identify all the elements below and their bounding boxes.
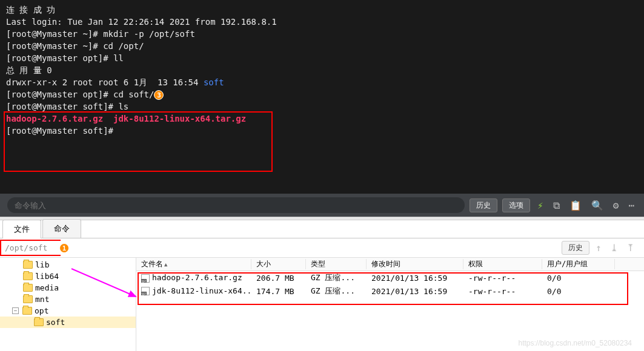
search-icon[interactable]: 🔍 <box>589 200 606 211</box>
fm-path-row: /opt/soft 1 历史 ↑ ⤓ ⤒ <box>0 238 644 258</box>
annotation-badge-3: 3 <box>154 90 164 100</box>
more-icon[interactable]: ⋯ <box>626 200 637 211</box>
command-input-wrap[interactable] <box>7 197 465 213</box>
term-line: 连 接 成 功 <box>6 4 638 16</box>
fm-history-button[interactable]: 历史 <box>562 241 589 255</box>
folder-icon <box>23 272 33 280</box>
folder-icon <box>23 261 33 269</box>
download-icon[interactable]: ⤓ <box>608 242 620 254</box>
dir-name: soft <box>204 77 224 87</box>
folder-tree[interactable]: lib lib64 media mnt −opt soft <box>0 258 136 351</box>
term-line: [root@Mymaster opt]# cd soft/3 <box>6 88 638 100</box>
header-user[interactable]: 用户/用户组 <box>542 259 615 269</box>
bolt-icon[interactable]: ⚡ <box>535 200 546 211</box>
fm-body: lib lib64 media mnt −opt soft 文件名▲ 大小 类型… <box>0 258 644 351</box>
tree-item-lib[interactable]: lib <box>0 259 136 271</box>
tab-file[interactable]: 文件 <box>2 220 41 238</box>
header-size[interactable]: 大小 <box>251 259 306 269</box>
folder-icon <box>23 284 33 292</box>
tab-command[interactable]: 命令 <box>42 219 81 238</box>
header-date[interactable]: 修改时间 <box>367 259 463 269</box>
path-display[interactable]: /opt/soft <box>0 240 61 256</box>
tree-item-opt[interactable]: −opt <box>0 305 136 317</box>
header-name[interactable]: 文件名▲ <box>136 259 251 269</box>
sort-asc-icon: ▲ <box>164 261 167 267</box>
header-type[interactable]: 类型 <box>306 259 367 269</box>
gear-icon[interactable]: ⚙ <box>611 200 622 211</box>
tree-item-media[interactable]: media <box>0 282 136 294</box>
term-line: 总 用 量 0 <box>6 64 638 76</box>
fm-tabs: 文件 命令 <box>0 220 644 238</box>
upload-icon[interactable]: ⤒ <box>624 242 637 254</box>
copy-icon[interactable]: ⧉ <box>551 200 562 211</box>
header-perm[interactable]: 权限 <box>463 259 542 269</box>
tree-item-soft[interactable]: soft <box>0 317 136 328</box>
term-line: [root@Mymaster ~]# cd /opt/ <box>6 40 638 52</box>
folder-icon <box>22 307 32 315</box>
command-input-bar: 历史 选项 ⚡ ⧉ 📋 🔍 ⚙ ⋯ <box>0 194 644 217</box>
file-manager: 文件 命令 /opt/soft 1 历史 ↑ ⤓ ⤒ lib lib64 med… <box>0 220 644 351</box>
tree-item-lib64[interactable]: lib64 <box>0 271 136 282</box>
tree-item-mnt[interactable]: mnt <box>0 294 136 305</box>
watermark: https://blog.csdn.net/m0_52080234 <box>519 339 632 347</box>
folder-icon <box>23 295 33 303</box>
term-line: [root@Mymaster ~]# mkdir -p /opt/soft <box>6 28 638 40</box>
term-line: drwxr-xr-x 2 root root 6 1月 13 16:54 sof… <box>6 76 638 88</box>
terminal-output[interactable]: 连 接 成 功 Last login: Tue Jan 12 22:26:14 … <box>0 0 644 194</box>
term-line: Last login: Tue Jan 12 22:26:14 2021 fro… <box>6 16 638 28</box>
term-line: [root@Mymaster soft]# ls <box>6 100 638 113</box>
annotation-box-files <box>138 272 628 305</box>
folder-icon <box>34 318 44 326</box>
options-button[interactable]: 选项 <box>502 198 530 212</box>
history-button[interactable]: 历史 <box>470 198 497 212</box>
annotation-badge-1: 1 <box>59 243 69 253</box>
command-input[interactable] <box>15 201 457 210</box>
annotation-box-terminal <box>4 111 273 172</box>
up-icon[interactable]: ↑ <box>593 242 604 254</box>
file-list[interactable]: 文件名▲ 大小 类型 修改时间 权限 用户/用户组 hadoop-2.7.6.t… <box>136 258 644 351</box>
term-line: [root@Mymaster opt]# ll <box>6 52 638 64</box>
column-headers: 文件名▲ 大小 类型 修改时间 权限 用户/用户组 <box>136 258 644 271</box>
paste-icon[interactable]: 📋 <box>567 200 584 211</box>
collapse-icon[interactable]: − <box>12 307 19 314</box>
